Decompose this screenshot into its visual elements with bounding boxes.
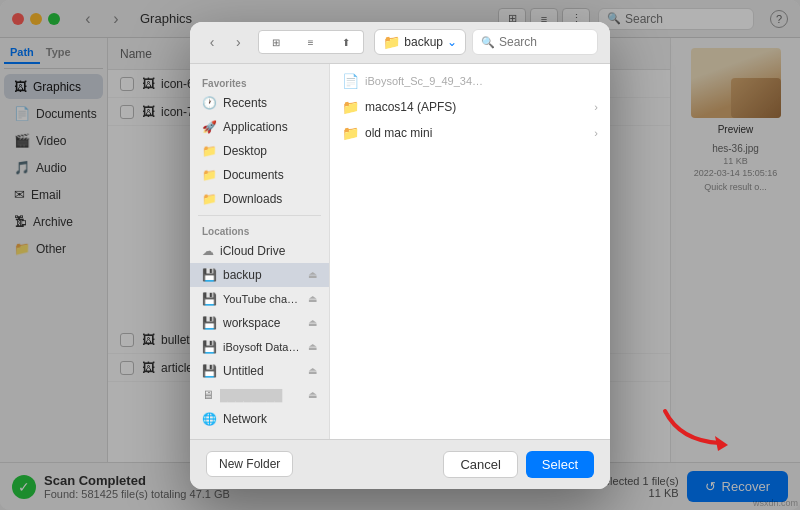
network-icon: 🌐 [202,412,217,426]
backup-drive-icon: 💾 [202,268,217,282]
modal-action-buttons: Cancel Select [443,451,594,478]
sidebar-applications-label: Applications [223,120,288,134]
modal-sidebar-item-icloud[interactable]: ☁ iCloud Drive [190,239,329,263]
modal-search-icon: 🔍 [481,36,495,49]
modal-overlay: ‹ › ⊞ ≡ ⬆ 📁 backup ⌄ 🔍 Favorites [0,0,800,510]
modal-back-button[interactable]: ‹ [202,31,222,53]
location-text: backup [404,35,443,49]
modal-sidebar-item-blurred[interactable]: 🖥 ████████ ⏏ [190,383,329,407]
modal-toolbar: ‹ › ⊞ ≡ ⬆ 📁 backup ⌄ 🔍 [190,22,610,64]
modal-sidebar-item-downloads[interactable]: 📁 Downloads [190,187,329,211]
select-button[interactable]: Select [526,451,594,478]
sidebar-documents-label: Documents [223,168,284,182]
ibsr-file-icon: 📄 [342,73,359,89]
iboysoft-drive-icon: 💾 [202,340,217,354]
sidebar-backup-label: backup [223,268,262,282]
folder-chevron-icon: › [594,127,598,139]
oldmac-folder-icon: 📁 [342,125,359,141]
sidebar-recents-label: Recents [223,96,267,110]
modal-file-item[interactable]: 📁 macos14 (APFS) › [330,94,610,120]
modal-sidebar-item-workspace[interactable]: 💾 workspace ⏏ [190,311,329,335]
modal-sidebar-item-iboysoft[interactable]: 💾 iBoysoft Data Recov... ⏏ [190,335,329,359]
modal-file-name: old mac mini [365,126,432,140]
youtube-drive-icon: 💾 [202,292,217,306]
location-folder-icon: 📁 [383,34,400,50]
modal-forward-button[interactable]: › [228,31,248,53]
modal-sidebar-item-backup[interactable]: 💾 backup ⏏ [190,263,329,287]
modal-sidebar-item-documents[interactable]: 📁 Documents [190,163,329,187]
desktop-icon: 📁 [202,144,217,158]
new-folder-button[interactable]: New Folder [206,451,293,477]
iboysoft-eject-icon: ⏏ [308,341,317,352]
save-dialog-modal: ‹ › ⊞ ≡ ⬆ 📁 backup ⌄ 🔍 Favorites [190,22,610,489]
location-chevron-icon[interactable]: ⌄ [447,35,457,49]
modal-sidebar-item-untitled[interactable]: 💾 Untitled ⏏ [190,359,329,383]
blurred-eject-icon: ⏏ [308,389,317,400]
eject-icon: ⏏ [308,269,317,280]
modal-body: Favorites 🕐 Recents 🚀 Applications 📁 Des… [190,64,610,439]
modal-list-view-button[interactable]: ≡ [293,30,329,54]
sidebar-downloads-label: Downloads [223,192,282,206]
sidebar-desktop-label: Desktop [223,144,267,158]
workspace-drive-icon: 💾 [202,316,217,330]
sidebar-blurred-label: ████████ [220,389,282,401]
modal-sidebar-item-youtube[interactable]: 💾 YouTube channel ba... ⏏ [190,287,329,311]
modal-sidebar-item-network[interactable]: 🌐 Network [190,407,329,431]
modal-sidebar: Favorites 🕐 Recents 🚀 Applications 📁 Des… [190,64,330,439]
modal-file-name: iBoysoft_Sc_9_49_34.ibsr [365,75,485,87]
modal-sidebar-item-desktop[interactable]: 📁 Desktop [190,139,329,163]
applications-icon: 🚀 [202,120,217,134]
sidebar-icloud-label: iCloud Drive [220,244,285,258]
modal-search-input[interactable] [499,35,589,49]
sidebar-network-label: Network [223,412,267,426]
blurred-drive-icon: 🖥 [202,388,214,402]
documents-folder-icon: 📁 [202,168,217,182]
modal-sidebar-item-recents[interactable]: 🕐 Recents [190,91,329,115]
recents-icon: 🕐 [202,96,217,110]
modal-search-bar[interactable]: 🔍 [472,29,598,55]
modal-grid-view-button[interactable]: ⊞ [258,30,294,54]
modal-location-bar[interactable]: 📁 backup ⌄ [374,29,466,55]
sidebar-divider [198,215,321,216]
macos-folder-icon: 📁 [342,99,359,115]
folder-chevron-icon: › [594,101,598,113]
workspace-eject-icon: ⏏ [308,317,317,328]
youtube-eject-icon: ⏏ [308,293,317,304]
untitled-drive-icon: 💾 [202,364,217,378]
modal-file-item[interactable]: 📄 iBoysoft_Sc_9_49_34.ibsr [330,68,610,94]
cancel-button[interactable]: Cancel [443,451,517,478]
icloud-icon: ☁ [202,244,214,258]
sidebar-iboysoft-label: iBoysoft Data Recov... [223,341,302,353]
modal-footer: New Folder Cancel Select [190,439,610,489]
favorites-label: Favorites [190,72,329,91]
modal-file-item[interactable]: 📁 old mac mini › [330,120,610,146]
untitled-eject-icon: ⏏ [308,365,317,376]
sidebar-youtube-label: YouTube channel ba... [223,293,302,305]
modal-sidebar-item-applications[interactable]: 🚀 Applications [190,115,329,139]
downloads-icon: 📁 [202,192,217,206]
sidebar-workspace-label: workspace [223,316,280,330]
sidebar-untitled-label: Untitled [223,364,264,378]
modal-share-button[interactable]: ⬆ [328,30,364,54]
locations-label: Locations [190,220,329,239]
modal-file-pane: 📄 iBoysoft_Sc_9_49_34.ibsr 📁 macos14 (AP… [330,64,610,439]
modal-file-name: macos14 (APFS) [365,100,456,114]
